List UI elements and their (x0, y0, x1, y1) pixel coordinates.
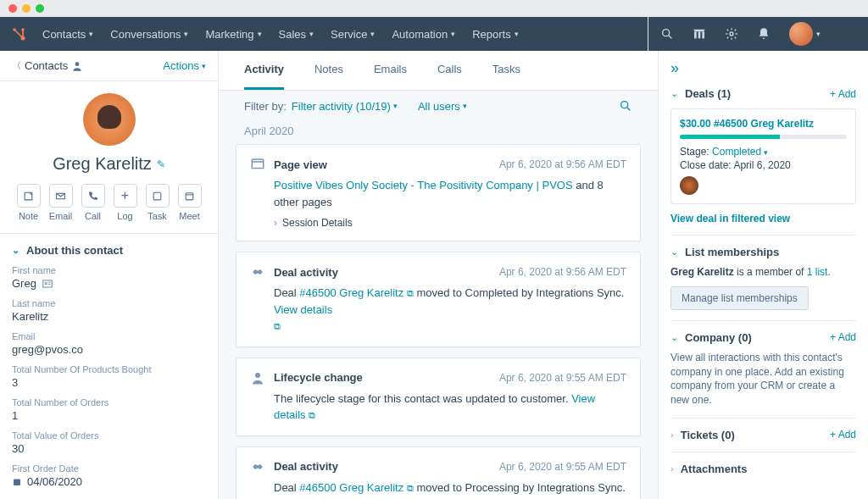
first-order-value[interactable]: 04/06/2020 (12, 475, 206, 488)
note-button[interactable]: Note (17, 184, 41, 221)
nav-automation[interactable]: Automation▾ (392, 28, 455, 41)
chevron-down-icon[interactable]: ⌄ (670, 247, 678, 258)
mac-minimize[interactable] (22, 4, 31, 13)
card-icon (42, 278, 53, 290)
nav-sales[interactable]: Sales▾ (279, 28, 314, 41)
svg-point-5 (663, 30, 670, 36)
attachments-section-title: Attachments (681, 463, 748, 475)
view-deal-link[interactable]: View deal in filtered view (670, 213, 856, 225)
bell-icon[interactable] (757, 27, 771, 41)
timeline-search-icon[interactable] (619, 99, 632, 113)
person-icon (71, 60, 83, 72)
list-membership-text: Greg Karelitz is a member of 1 list. (670, 265, 856, 280)
tab-notes[interactable]: Notes (314, 51, 343, 90)
session-details-toggle[interactable]: ›Session Details (250, 217, 626, 229)
tickets-section-title: Tickets (0) (681, 429, 735, 441)
timeline-card-lifecycle: Lifecycle change Apr 6, 2020 at 9:55 AM … (236, 358, 641, 436)
browser-icon (250, 157, 265, 172)
page-link[interactable]: Positive Vibes Only Society - The Positi… (274, 179, 573, 191)
actions-dropdown[interactable]: Actions▾ (163, 59, 206, 72)
card-date: Apr 6, 2020 at 9:56 AM EDT (499, 158, 626, 170)
task-button[interactable]: Task (146, 184, 170, 221)
tab-activity[interactable]: Activity (244, 51, 284, 90)
external-link-icon[interactable]: ⧉ (407, 483, 414, 493)
deal-link[interactable]: #46500 Greg Karelitz (299, 481, 403, 494)
external-link-icon[interactable]: ⧉ (274, 321, 281, 331)
first-name-value[interactable]: Greg (12, 277, 206, 290)
timeline-date-group: April 2020 (219, 121, 658, 144)
lists-section-title: List memberships (685, 246, 779, 258)
company-section-title: Company (0) (685, 331, 752, 344)
nav-conversations[interactable]: Conversations▾ (110, 28, 188, 41)
svg-line-6 (669, 36, 672, 39)
manage-lists-button[interactable]: Manage list memberships (670, 286, 809, 310)
filter-activity-dropdown[interactable]: Filter activity (10/19)▾ (292, 100, 398, 113)
mac-zoom[interactable] (36, 4, 44, 13)
nav-marketing[interactable]: Marketing▾ (205, 28, 261, 41)
filter-label: Filter by: (244, 100, 287, 113)
account-menu[interactable]: ▾ (789, 22, 821, 46)
add-company-button[interactable]: + Add (830, 331, 856, 343)
tab-calls[interactable]: Calls (437, 51, 462, 90)
deal-name: $30.00 #46500 Greg Karelitz (680, 118, 847, 130)
top-nav: Contacts▾ Conversations▾ Marketing▾ Sale… (0, 17, 868, 51)
add-deal-button[interactable]: + Add (830, 88, 856, 100)
products-bought-value[interactable]: 3 (12, 376, 206, 389)
nav-reports[interactable]: Reports▾ (472, 28, 519, 41)
activity-tabs: Activity Notes Emails Calls Tasks (219, 51, 658, 91)
deal-stage-dropdown[interactable]: Completed ▾ (712, 146, 768, 158)
last-name-value[interactable]: Karelitz (12, 310, 206, 323)
gear-icon[interactable] (725, 27, 738, 41)
external-link-icon[interactable]: ⧉ (407, 288, 414, 298)
pencil-icon[interactable]: ✎ (157, 158, 165, 170)
nav-contacts[interactable]: Contacts▾ (42, 28, 93, 41)
hubspot-logo (10, 25, 27, 42)
timeline-card-deal: Deal activity Apr 6, 2020 at 9:56 AM EDT… (236, 252, 641, 347)
tab-emails[interactable]: Emails (374, 51, 407, 90)
back-to-contacts[interactable]: 〈Contacts (12, 59, 83, 72)
card-date: Apr 6, 2020 at 9:55 AM EDT (499, 372, 626, 384)
add-ticket-button[interactable]: + Add (830, 429, 856, 441)
svg-point-25 (255, 373, 260, 378)
profile-avatar[interactable] (83, 93, 136, 146)
view-details-link[interactable]: View details (274, 303, 332, 316)
calendar-icon (12, 477, 22, 487)
log-button[interactable]: +Log (114, 184, 137, 221)
chevron-right-icon[interactable]: › (670, 430, 674, 440)
list-count-link[interactable]: 1 list (807, 266, 828, 278)
chevron-down-icon: ⌄ (12, 245, 19, 256)
search-icon[interactable] (660, 27, 674, 41)
svg-rect-7 (694, 31, 697, 38)
left-panel: 〈Contacts Actions▾ Greg Karelitz ✎ Note … (0, 51, 219, 499)
total-value-value[interactable]: 30 (12, 442, 206, 455)
external-link-icon[interactable]: ⧉ (309, 410, 315, 420)
nav-service[interactable]: Service▾ (331, 28, 375, 41)
svg-point-21 (621, 102, 628, 108)
svg-point-11 (75, 62, 80, 66)
deal-card[interactable]: $30.00 #46500 Greg Karelitz Stage: Compl… (670, 108, 856, 204)
tab-tasks[interactable]: Tasks (492, 51, 520, 90)
timeline-card-deal: Deal activity Apr 6, 2020 at 9:55 AM EDT… (236, 446, 641, 500)
svg-rect-9 (702, 31, 704, 38)
num-orders-value[interactable]: 1 (12, 409, 206, 422)
svg-point-17 (45, 282, 47, 284)
right-panel: » ⌄ Deals (1) + Add $30.00 #46500 Greg K… (658, 51, 868, 499)
svg-point-10 (730, 32, 733, 36)
deal-close-date: April 6, 2020 (733, 159, 790, 171)
call-button[interactable]: Call (81, 184, 105, 221)
marketplace-icon[interactable] (693, 27, 706, 41)
deal-link[interactable]: #46500 Greg Karelitz (299, 286, 403, 299)
meet-button[interactable]: Meet (178, 184, 202, 221)
collapse-panel-icon[interactable]: » (670, 59, 856, 77)
chevron-down-icon[interactable]: ⌄ (670, 88, 678, 99)
email-button[interactable]: Email (49, 184, 73, 221)
center-panel: Activity Notes Emails Calls Tasks Filter… (219, 51, 658, 499)
about-section-toggle[interactable]: ⌄ About this contact (12, 244, 206, 257)
filter-users-dropdown[interactable]: All users▾ (418, 100, 467, 113)
chevron-down-icon[interactable]: ⌄ (670, 332, 678, 343)
mac-close[interactable] (8, 4, 17, 13)
svg-rect-13 (153, 192, 161, 200)
email-value[interactable]: greg@pvos.co (12, 343, 206, 356)
chevron-right-icon[interactable]: › (670, 463, 674, 474)
timeline-card-pageview: Page view Apr 6, 2020 at 9:56 AM EDT Pos… (236, 144, 641, 241)
